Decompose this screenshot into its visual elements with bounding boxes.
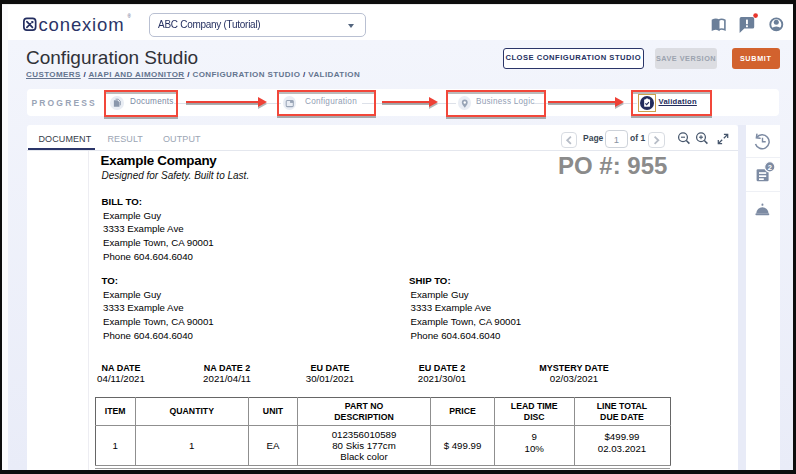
svg-text:2: 2: [768, 163, 772, 172]
